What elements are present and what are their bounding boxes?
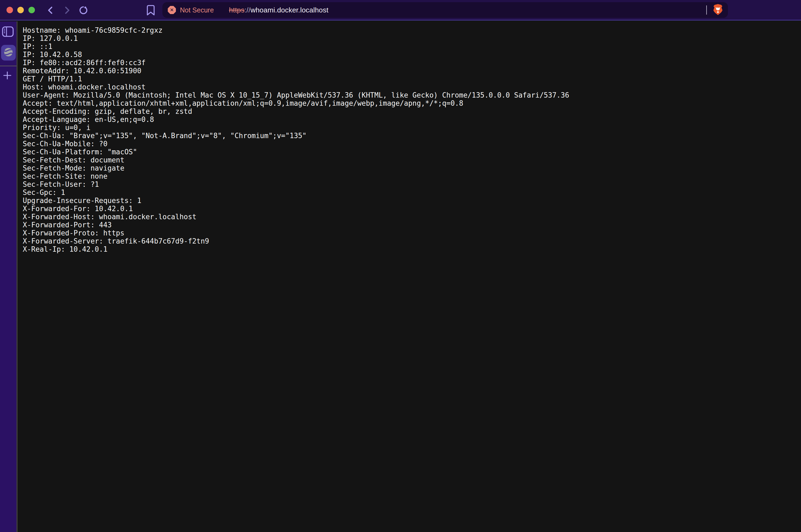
new-tab-icon xyxy=(2,77,12,81)
brave-shields-button[interactable] xyxy=(713,3,723,17)
bookmark-button[interactable] xyxy=(146,5,156,14)
urlbar-divider xyxy=(706,5,707,15)
forward-button[interactable] xyxy=(62,5,72,15)
reload-icon xyxy=(78,5,88,15)
reload-button[interactable] xyxy=(78,5,88,15)
sidebar-toggle-icon xyxy=(2,34,14,38)
url-text[interactable]: https://whoami.docker.localhost xyxy=(229,6,329,14)
maximize-button[interactable] xyxy=(29,7,35,13)
sidebar-toggle-button[interactable] xyxy=(2,26,14,38)
sidebar-divider xyxy=(0,66,17,66)
new-tab-button[interactable] xyxy=(2,71,12,81)
url-scheme: https xyxy=(229,6,244,14)
browser-toolbar: ✕ Not Secure https://whoami.docker.local… xyxy=(0,0,801,21)
minimize-button[interactable] xyxy=(17,7,24,13)
url-host: whoami.docker.localhost xyxy=(251,6,329,14)
active-tab[interactable] xyxy=(1,45,16,60)
close-button[interactable] xyxy=(6,7,13,13)
vertical-tabs-sidebar xyxy=(0,21,18,532)
globe-tab-icon xyxy=(3,47,13,58)
address-bar[interactable]: ✕ Not Secure https://whoami.docker.local… xyxy=(162,2,728,18)
page-content: Hostname: whoami-76c9859cfc-2rgxz IP: 12… xyxy=(19,21,801,532)
back-icon xyxy=(46,5,55,15)
not-secure-label[interactable]: Not Secure xyxy=(180,6,214,14)
url-separator: :// xyxy=(244,6,250,14)
bookmark-icon xyxy=(146,5,156,16)
whoami-output: Hostname: whoami-76c9859cfc-2rgxz IP: 12… xyxy=(23,26,569,253)
back-button[interactable] xyxy=(46,5,55,15)
forward-icon xyxy=(62,5,72,15)
not-secure-icon: ✕ xyxy=(168,6,176,14)
brave-lion-icon xyxy=(713,12,723,16)
